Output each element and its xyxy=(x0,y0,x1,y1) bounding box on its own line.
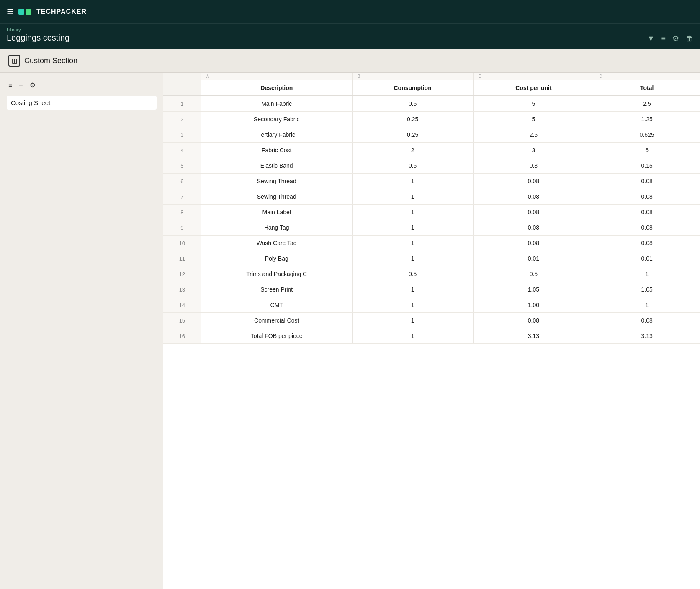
table-row[interactable]: 1Main Fabric0.552.5 xyxy=(163,96,700,112)
row-consumption[interactable]: 1 xyxy=(352,205,473,220)
settings-icon[interactable]: ⚙ xyxy=(672,34,679,43)
row-consumption[interactable]: 0.25 xyxy=(352,112,473,127)
section-header: ◫ Custom Section ⋮ xyxy=(0,49,700,73)
row-description[interactable]: Hang Tag xyxy=(201,220,352,236)
row-description[interactable]: Trims and Packaging C xyxy=(201,266,352,282)
table-row[interactable]: 3Tertiary Fabric0.252.50.625 xyxy=(163,127,700,143)
row-cost-per-unit[interactable]: 1.00 xyxy=(473,297,594,313)
section-menu-button[interactable]: ⋮ xyxy=(83,56,91,65)
row-total[interactable]: 0.625 xyxy=(594,127,700,143)
row-description[interactable]: Wash Care Tag xyxy=(201,236,352,251)
row-description[interactable]: Secondary Fabric xyxy=(201,112,352,127)
row-description[interactable]: Sewing Thread xyxy=(201,189,352,205)
row-total[interactable]: 2.5 xyxy=(594,96,700,112)
row-description[interactable]: Sewing Thread xyxy=(201,174,352,189)
row-total[interactable]: 1 xyxy=(594,297,700,313)
row-description[interactable]: Total FOB per piece xyxy=(201,328,352,344)
filter-icon[interactable]: ≡ xyxy=(661,34,666,43)
row-cost-per-unit[interactable]: 3.13 xyxy=(473,328,594,344)
row-cost-per-unit[interactable]: 0.08 xyxy=(473,236,594,251)
delete-icon[interactable]: 🗑 xyxy=(686,34,693,43)
row-description[interactable]: Fabric Cost xyxy=(201,143,352,158)
row-cost-per-unit[interactable]: 0.08 xyxy=(473,313,594,328)
table-row[interactable]: 9Hang Tag10.080.08 xyxy=(163,220,700,236)
row-consumption[interactable]: 0.5 xyxy=(352,158,473,174)
sidebar: ≡ + ⚙ Costing Sheet xyxy=(0,73,163,589)
row-description[interactable]: Screen Print xyxy=(201,282,352,297)
row-total[interactable]: 0.01 xyxy=(594,251,700,266)
row-consumption[interactable]: 1 xyxy=(352,251,473,266)
row-consumption[interactable]: 1 xyxy=(352,189,473,205)
row-cost-per-unit[interactable]: 5 xyxy=(473,112,594,127)
table-row[interactable]: 14CMT11.001 xyxy=(163,297,700,313)
row-cost-per-unit[interactable]: 0.08 xyxy=(473,205,594,220)
row-num-col xyxy=(163,80,201,96)
row-total[interactable]: 1 xyxy=(594,266,700,282)
row-cost-per-unit[interactable]: 0.08 xyxy=(473,189,594,205)
costing-table: A B C D Description Consumption Cost per… xyxy=(163,73,700,344)
row-description[interactable]: Tertiary Fabric xyxy=(201,127,352,143)
row-description[interactable]: Poly Bag xyxy=(201,251,352,266)
row-description[interactable]: Commercial Cost xyxy=(201,313,352,328)
row-consumption[interactable]: 1 xyxy=(352,328,473,344)
table-row[interactable]: 10Wash Care Tag10.080.08 xyxy=(163,236,700,251)
row-total[interactable]: 0.08 xyxy=(594,236,700,251)
dropdown-icon[interactable]: ▼ xyxy=(647,34,655,43)
row-consumption[interactable]: 1 xyxy=(352,297,473,313)
table-row[interactable]: 13Screen Print11.051.05 xyxy=(163,282,700,297)
table-row[interactable]: 7Sewing Thread10.080.08 xyxy=(163,189,700,205)
row-cost-per-unit[interactable]: 2.5 xyxy=(473,127,594,143)
sidebar-settings-icon[interactable]: ⚙ xyxy=(28,79,37,91)
table-row[interactable]: 4Fabric Cost236 xyxy=(163,143,700,158)
row-consumption[interactable]: 0.5 xyxy=(352,96,473,112)
add-section-button[interactable]: + xyxy=(17,80,24,91)
menu-icon[interactable]: ☰ xyxy=(7,7,13,16)
row-cost-per-unit[interactable]: 0.08 xyxy=(473,174,594,189)
row-description[interactable]: Main Label xyxy=(201,205,352,220)
table-row[interactable]: 15Commercial Cost10.080.08 xyxy=(163,313,700,328)
row-cost-per-unit[interactable]: 3 xyxy=(473,143,594,158)
row-consumption[interactable]: 1 xyxy=(352,313,473,328)
row-description[interactable]: Main Fabric xyxy=(201,96,352,112)
col-description-header: Description xyxy=(201,80,352,96)
row-consumption[interactable]: 1 xyxy=(352,236,473,251)
table-row[interactable]: 6Sewing Thread10.080.08 xyxy=(163,174,700,189)
table-row[interactable]: 2Secondary Fabric0.2551.25 xyxy=(163,112,700,127)
row-total[interactable]: 0.08 xyxy=(594,189,700,205)
table-row[interactable]: 16Total FOB per piece13.133.13 xyxy=(163,328,700,344)
col-d-letter: D xyxy=(594,73,700,80)
row-total[interactable]: 1.25 xyxy=(594,112,700,127)
row-number: 12 xyxy=(163,266,201,282)
row-number: 7 xyxy=(163,189,201,205)
doc-title[interactable]: Leggings costing xyxy=(7,33,642,44)
table-row[interactable]: 5Elastic Band0.50.30.15 xyxy=(163,158,700,174)
row-cost-per-unit[interactable]: 0.5 xyxy=(473,266,594,282)
row-cost-per-unit[interactable]: 0.3 xyxy=(473,158,594,174)
row-cost-per-unit[interactable]: 0.08 xyxy=(473,220,594,236)
row-consumption[interactable]: 1 xyxy=(352,174,473,189)
top-nav: ☰ TECHPACKER xyxy=(0,0,700,23)
row-total[interactable]: 0.15 xyxy=(594,158,700,174)
row-consumption[interactable]: 0.25 xyxy=(352,127,473,143)
table-row[interactable]: 11Poly Bag10.010.01 xyxy=(163,251,700,266)
table-row[interactable]: 8Main Label10.080.08 xyxy=(163,205,700,220)
row-total[interactable]: 0.08 xyxy=(594,205,700,220)
row-consumption[interactable]: 0.5 xyxy=(352,266,473,282)
row-cost-per-unit[interactable]: 1.05 xyxy=(473,282,594,297)
row-total[interactable]: 1.05 xyxy=(594,282,700,297)
row-total[interactable]: 0.08 xyxy=(594,174,700,189)
row-total[interactable]: 0.08 xyxy=(594,313,700,328)
row-cost-per-unit[interactable]: 0.01 xyxy=(473,251,594,266)
table-row[interactable]: 12Trims and Packaging C0.50.51 xyxy=(163,266,700,282)
row-consumption[interactable]: 1 xyxy=(352,282,473,297)
row-description[interactable]: CMT xyxy=(201,297,352,313)
row-description[interactable]: Elastic Band xyxy=(201,158,352,174)
row-total[interactable]: 3.13 xyxy=(594,328,700,344)
reorder-icon[interactable]: ≡ xyxy=(7,80,14,91)
row-consumption[interactable]: 2 xyxy=(352,143,473,158)
row-total[interactable]: 0.08 xyxy=(594,220,700,236)
sidebar-item-costing-sheet[interactable]: Costing Sheet xyxy=(7,96,157,110)
row-consumption[interactable]: 1 xyxy=(352,220,473,236)
row-total[interactable]: 6 xyxy=(594,143,700,158)
row-cost-per-unit[interactable]: 5 xyxy=(473,96,594,112)
